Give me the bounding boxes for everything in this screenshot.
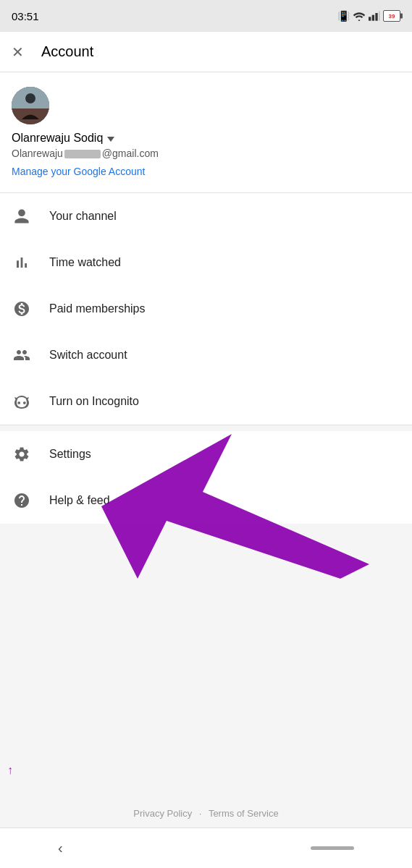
nav-back-button[interactable]: ‹ — [58, 840, 63, 856]
help-icon — [12, 490, 32, 511]
main-menu-section: Your channel Time watched Paid membershi… — [0, 193, 412, 425]
vibrate-icon: 📳 — [337, 10, 350, 22]
avatar — [12, 87, 49, 124]
menu-label-time-watched: Time watched — [49, 256, 121, 269]
menu-label-switch-account: Switch account — [49, 349, 127, 362]
person-icon — [12, 206, 32, 226]
settings-section: Settings Help & feed — [0, 431, 412, 524]
status-bar: 03:51 📳 39 — [0, 0, 412, 32]
account-name-row: Olanrewaju Sodiq — [12, 132, 400, 145]
nav-home-indicator[interactable] — [311, 846, 354, 850]
terms-of-service-link[interactable]: Terms of Service — [209, 808, 279, 819]
svg-rect-0 — [369, 17, 371, 20]
svg-rect-3 — [379, 11, 380, 20]
close-button[interactable]: ✕ — [12, 43, 24, 61]
status-time: 03:51 — [12, 10, 39, 22]
incognito-icon — [12, 391, 32, 412]
scroll-up-icon: ↑ — [7, 764, 13, 777]
wifi-icon — [353, 11, 366, 21]
menu-item-switch-account[interactable]: Switch account — [0, 332, 412, 378]
account-section: Olanrewaju Sodiq Olanrewaju@gmail.com Ma… — [0, 72, 412, 193]
footer-links: Privacy Policy · Terms of Service — [0, 808, 412, 819]
svg-rect-1 — [372, 15, 374, 21]
account-name: Olanrewaju Sodiq — [12, 132, 103, 145]
switch-account-icon — [12, 345, 32, 365]
footer-separator: · — [199, 808, 202, 819]
menu-label-your-channel: Your channel — [49, 210, 117, 223]
signal-icon — [369, 11, 380, 21]
menu-item-paid-memberships[interactable]: Paid memberships — [0, 286, 412, 332]
header-title: Account — [41, 43, 93, 60]
privacy-policy-link[interactable]: Privacy Policy — [133, 808, 192, 819]
menu-item-your-channel[interactable]: Your channel — [0, 193, 412, 239]
dollar-icon — [12, 299, 32, 319]
manage-account-link[interactable]: Manage your Google Account — [12, 166, 145, 177]
svg-rect-2 — [375, 13, 377, 21]
nav-bar: ‹ — [0, 827, 412, 868]
svg-point-7 — [25, 93, 35, 103]
gear-icon — [12, 444, 32, 464]
avatar-image — [12, 87, 49, 124]
email-blur — [64, 150, 101, 158]
scroll-indicator: ↑ — [9, 760, 12, 781]
menu-label-settings: Settings — [49, 448, 91, 461]
account-email: Olanrewaju@gmail.com — [12, 148, 400, 159]
menu-item-help-feedback[interactable]: Help & feed — [0, 477, 412, 524]
menu-item-time-watched[interactable]: Time watched — [0, 239, 412, 286]
battery-indicator: 39 — [383, 10, 400, 22]
menu-label-incognito: Turn on Incognito — [49, 395, 139, 408]
menu-item-settings[interactable]: Settings — [0, 431, 412, 477]
menu-label-paid-memberships: Paid memberships — [49, 302, 146, 315]
menu-item-incognito[interactable]: Turn on Incognito — [0, 378, 412, 425]
svg-point-11 — [23, 402, 25, 404]
account-header: ✕ Account — [0, 32, 412, 72]
bar-chart-icon — [12, 252, 32, 273]
account-dropdown-arrow[interactable] — [107, 137, 114, 142]
menu-label-help-feedback: Help & feed — [49, 494, 110, 507]
status-icons: 📳 39 — [337, 10, 400, 22]
svg-point-10 — [18, 402, 20, 404]
